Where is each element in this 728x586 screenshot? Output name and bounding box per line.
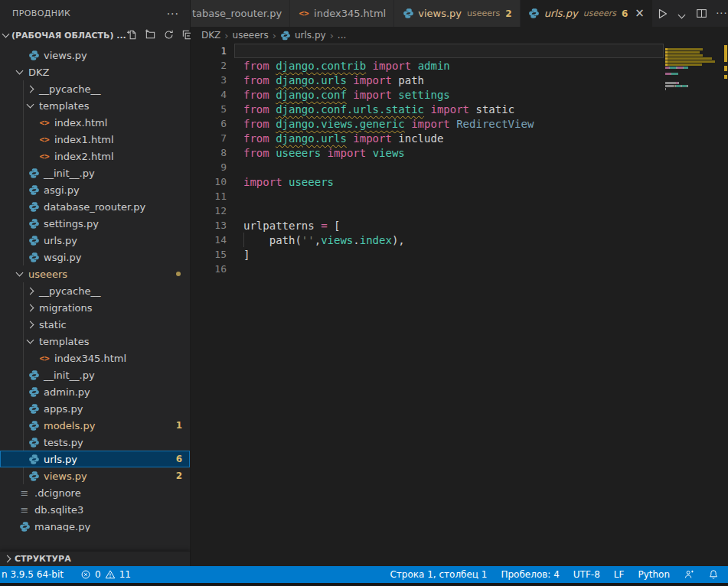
editor[interactable]: 12from django.contrib import admin3from … bbox=[191, 44, 728, 566]
tree-file-db.sqlite3[interactable]: ≡db.sqlite3 bbox=[0, 501, 190, 518]
tree-file-urls.py[interactable]: urls.py6 bbox=[0, 451, 190, 467]
code-line-5[interactable]: 5from django.conf.urls.static import sta… bbox=[191, 102, 728, 116]
tree-folder-__pycache__[interactable]: __pycache__ bbox=[0, 282, 190, 299]
breadcrumb-item-urls.py[interactable]: urls.py bbox=[280, 30, 326, 41]
tree-file-urls.py[interactable]: urls.py bbox=[0, 232, 190, 249]
code-line-3[interactable]: 3from django.urls import path bbox=[191, 73, 728, 87]
tab-urls.py[interactable]: urls.pyuseeers6× bbox=[521, 0, 653, 27]
workspace-section-header[interactable]: (РАБОЧАЯ ОБЛАСТЬ) ... bbox=[0, 27, 190, 44]
chevron-right-icon bbox=[27, 287, 34, 295]
line-number: 13 bbox=[191, 220, 227, 231]
tree-file-apps.py[interactable]: apps.py bbox=[0, 400, 190, 417]
tree-file-__init__.py[interactable]: __init__.py bbox=[0, 366, 190, 383]
explorer-more-icon[interactable]: ··· bbox=[167, 8, 179, 20]
problems-status[interactable]: 0 11 bbox=[80, 569, 131, 580]
chevron-down-icon bbox=[16, 269, 24, 277]
tree-file-.dcignore[interactable]: ≡.dcignore bbox=[0, 484, 190, 501]
tree-file-views.py[interactable]: views.py2 bbox=[0, 467, 190, 484]
code-line-7[interactable]: 7from django.urls import include bbox=[191, 131, 728, 145]
html-icon: <> bbox=[38, 118, 51, 128]
file-icon: ≡ bbox=[18, 504, 31, 516]
code-line-8[interactable]: 8from useeers import views bbox=[191, 145, 728, 160]
close-icon[interactable]: × bbox=[635, 8, 645, 19]
language-mode-status[interactable]: Python bbox=[638, 569, 670, 580]
tree-folder-__pycache__[interactable]: __pycache__ bbox=[0, 80, 190, 97]
chevron-down-icon bbox=[27, 101, 34, 109]
breadcrumb-item-...[interactable]: ... bbox=[338, 30, 346, 41]
refresh-icon[interactable] bbox=[163, 29, 175, 41]
line-number: 12 bbox=[191, 205, 227, 216]
tree-folder-templates[interactable]: templates bbox=[0, 333, 190, 350]
python-version-status[interactable]: n 3.9.5 64-bit bbox=[2, 569, 64, 580]
code-line-15[interactable]: 15] bbox=[191, 247, 728, 262]
cursor-position-status[interactable]: Строка 1, столбец 1 bbox=[390, 569, 487, 580]
tree-item-label: urls.py bbox=[44, 454, 77, 465]
code-line-14[interactable]: 14 path('',views.index), bbox=[191, 233, 728, 247]
code-line-10[interactable]: 10import useeers bbox=[191, 174, 728, 189]
indentation-status[interactable]: Пробелов: 4 bbox=[501, 569, 559, 580]
tree-file-index2.html[interactable]: <>index2.html bbox=[0, 148, 190, 164]
new-file-icon[interactable] bbox=[126, 29, 139, 41]
breadcrumb-label: ... bbox=[338, 30, 346, 41]
code-line-1[interactable]: 1 bbox=[191, 44, 728, 58]
run-icon[interactable] bbox=[656, 8, 668, 20]
chevron-right-icon bbox=[4, 555, 11, 563]
code-line-12[interactable]: 12 bbox=[191, 203, 728, 218]
tree-file-index.html[interactable]: <>index.html bbox=[0, 114, 190, 131]
html-icon: <> bbox=[38, 151, 51, 161]
outline-section-header[interactable]: СТРУКТУРА bbox=[0, 551, 190, 566]
code-line-16[interactable]: 16 bbox=[191, 262, 728, 276]
tree-file-admin.py[interactable]: admin.py bbox=[0, 383, 190, 400]
feedback-icon[interactable] bbox=[684, 569, 694, 580]
tab-views.py[interactable]: views.pyuseeers2 bbox=[394, 0, 520, 27]
tree-file-settings.py[interactable]: settings.py bbox=[0, 215, 190, 232]
tree-file-__init__.py[interactable]: __init__.py bbox=[0, 164, 190, 181]
run-dropdown[interactable] bbox=[673, 5, 691, 23]
tree-folder-useeers[interactable]: useeers bbox=[0, 265, 190, 282]
tree-file-index345.html[interactable]: <>index345.html bbox=[0, 350, 190, 366]
breadcrumb-item-dkz[interactable]: DKZ bbox=[201, 30, 220, 41]
split-editor-button[interactable] bbox=[693, 5, 711, 23]
python-icon bbox=[28, 201, 40, 213]
html-icon: <> bbox=[298, 8, 310, 18]
eol-status[interactable]: LF bbox=[614, 569, 625, 580]
tree-file-models.py[interactable]: models.py1 bbox=[0, 417, 190, 434]
more-icon[interactable]: ··· bbox=[716, 8, 727, 19]
tree-item-label: index1.html bbox=[54, 134, 114, 145]
html-icon: <> bbox=[38, 135, 51, 145]
tree-folder-migrations[interactable]: migrations bbox=[0, 299, 190, 316]
tree-file-asgi.py[interactable]: asgi.py bbox=[0, 181, 190, 198]
encoding-status[interactable]: UTF-8 bbox=[573, 569, 600, 580]
explorer-sidebar: ПРОВОДНИК ··· (РАБОЧАЯ ОБЛАСТЬ) ... view… bbox=[0, 0, 191, 566]
new-folder-icon[interactable] bbox=[145, 29, 157, 41]
tree-file-index1.html[interactable]: <>index1.html bbox=[0, 131, 190, 148]
line-number: 3 bbox=[191, 74, 227, 86]
run-button[interactable] bbox=[653, 5, 671, 23]
code-line-6[interactable]: 6from django.views.generic import Redire… bbox=[191, 116, 728, 131]
tree-file-views.py[interactable]: views.py bbox=[0, 47, 190, 63]
bell-icon[interactable] bbox=[708, 569, 719, 580]
tree-file-wsgi.py[interactable]: wsgi.py bbox=[0, 249, 190, 265]
code-line-13[interactable]: 13urlpatterns = [ bbox=[191, 218, 728, 233]
tree-file-tests.py[interactable]: tests.py bbox=[0, 434, 190, 451]
tree-folder-templates[interactable]: templates bbox=[0, 97, 190, 114]
tree-file-database_roouter.py[interactable]: database_roouter.py bbox=[0, 198, 190, 215]
code-line-9[interactable]: 9 bbox=[191, 160, 728, 174]
split-icon[interactable] bbox=[696, 8, 707, 19]
code-text: urlpatterns = [ bbox=[243, 220, 340, 232]
code-text: from django.views.generic import Redirec… bbox=[243, 118, 534, 130]
code-line-4[interactable]: 4from django.conf import settings bbox=[191, 87, 728, 102]
tab-tabase_roouter.py[interactable]: tabase_roouter.py bbox=[191, 0, 290, 27]
tree-folder-dkz[interactable]: DKZ bbox=[0, 63, 190, 80]
editor-more-button[interactable]: ··· bbox=[713, 5, 728, 23]
breadcrumb-item-useeers[interactable]: useeers bbox=[233, 30, 269, 41]
chev-down-icon[interactable] bbox=[679, 6, 684, 21]
tree-folder-static[interactable]: static bbox=[0, 316, 190, 333]
warning-icon bbox=[105, 569, 116, 580]
tab-label: tabase_roouter.py bbox=[192, 8, 282, 19]
code-line-2[interactable]: 2from django.contrib import admin bbox=[191, 58, 728, 73]
code-line-11[interactable]: 11 bbox=[191, 189, 728, 203]
tab-index345.html[interactable]: <>index345.html bbox=[290, 0, 394, 27]
tree-file-manage.py[interactable]: manage.py bbox=[0, 518, 190, 532]
python-icon bbox=[280, 30, 291, 41]
